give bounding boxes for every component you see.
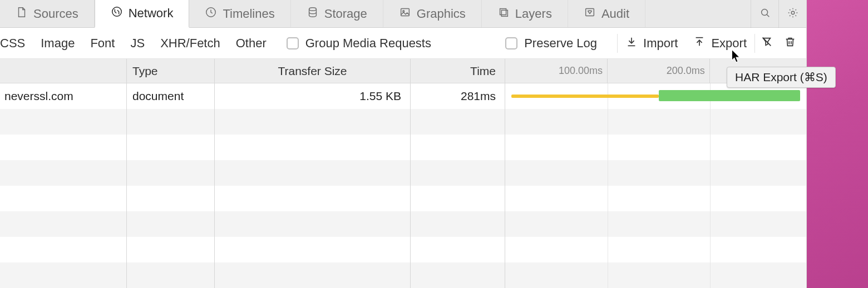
network-table-body: neverssl.com document 1.55 KB 281ms [0, 83, 806, 288]
tab-graphics[interactable]: Graphics [383, 0, 482, 27]
table-row-empty [0, 109, 806, 135]
svg-point-8 [761, 9, 767, 15]
export-tooltip: HAR Export (⌘S) [727, 67, 836, 88]
clear-filters-button[interactable] [755, 28, 778, 58]
svg-point-9 [791, 11, 795, 14]
button-label: Import [643, 36, 678, 51]
tab-label: Audit [601, 7, 629, 21]
svg-point-2 [309, 7, 316, 11]
preserve-log-checkbox[interactable]: Preserve Log [505, 36, 597, 51]
table-row-empty [0, 135, 806, 160]
column-type[interactable]: Type [127, 59, 215, 83]
tab-timelines[interactable]: Timelines [189, 0, 290, 27]
database-icon [307, 6, 319, 22]
tab-audit[interactable]: Audit [568, 0, 645, 27]
network-icon [111, 6, 123, 21]
timeline-tick-label: 100.00ms [559, 65, 603, 77]
cell-time: 281ms [461, 90, 496, 103]
cell-size: 1.55 KB [359, 90, 401, 103]
svg-rect-7 [586, 8, 594, 16]
tab-label: Layers [515, 7, 552, 21]
column-label: Transfer Size [278, 64, 347, 78]
table-row-empty [0, 262, 806, 288]
timeline-bar-waiting [511, 95, 659, 98]
svg-rect-6 [501, 10, 507, 16]
filter-font[interactable]: Font [90, 36, 115, 51]
tab-sources[interactable]: Sources [0, 0, 95, 27]
table-row-empty [0, 237, 806, 262]
import-button[interactable]: Import [618, 28, 685, 58]
filter-group: CSS Image Font JS XHR/Fetch Other [0, 36, 267, 51]
column-label: Type [132, 64, 158, 78]
network-table-header: Type Transfer Size Time 100.00ms 200.0ms [0, 59, 806, 83]
table-row-empty [0, 160, 806, 186]
settings-button[interactable] [778, 0, 806, 28]
timeline-tick-label: 200.0ms [667, 65, 705, 77]
button-label: Export [711, 36, 747, 51]
devtools-tabbar: Sources Network Timelines Storage Graphi [0, 0, 806, 28]
filter-other[interactable]: Other [236, 36, 267, 51]
cell-type: document [132, 90, 184, 103]
clear-requests-button[interactable] [778, 28, 802, 58]
clock-icon [205, 6, 217, 22]
column-name[interactable] [0, 59, 127, 83]
tooltip-text: HAR Export (⌘S) [735, 71, 827, 83]
layers-icon [497, 6, 510, 22]
cell-name: neverssl.com [4, 90, 73, 103]
checkbox-icon [505, 37, 517, 49]
checkbox-label: Group Media Requests [305, 36, 431, 51]
checkbox-icon [287, 37, 299, 49]
devtools-window: Sources Network Timelines Storage Graphi [0, 0, 807, 288]
search-icon [759, 7, 771, 21]
filter-css[interactable]: CSS [0, 36, 25, 51]
desktop-background [807, 0, 868, 288]
filter-xhr[interactable]: XHR/Fetch [160, 36, 220, 51]
gear-icon [787, 7, 799, 21]
file-icon [16, 6, 28, 22]
group-media-checkbox[interactable]: Group Media Requests [287, 36, 431, 51]
table-row[interactable]: neverssl.com document 1.55 KB 281ms [0, 83, 806, 109]
column-time[interactable]: Time [411, 59, 505, 83]
download-icon [625, 36, 638, 51]
timeline-bar-receiving [659, 90, 800, 101]
tab-label: Storage [324, 7, 367, 21]
export-button[interactable]: Export [685, 28, 754, 58]
tab-network[interactable]: Network [95, 0, 190, 28]
tab-layers[interactable]: Layers [482, 0, 568, 27]
trash-icon [784, 36, 796, 51]
filter-image[interactable]: Image [41, 36, 75, 51]
svg-rect-5 [500, 8, 506, 14]
tab-label: Graphics [417, 7, 466, 21]
column-transfer-size[interactable]: Transfer Size [215, 59, 411, 83]
svg-point-0 [112, 7, 121, 17]
tab-label: Timelines [223, 7, 274, 21]
column-label: Time [470, 64, 496, 78]
tab-storage[interactable]: Storage [291, 0, 383, 27]
audit-icon [584, 6, 596, 22]
tab-label: Sources [33, 7, 78, 21]
search-button[interactable] [751, 0, 778, 28]
network-toolbar: CSS Image Font JS XHR/Fetch Other Group … [0, 28, 806, 59]
table-row-empty [0, 211, 806, 237]
no-filter-icon [761, 36, 773, 51]
tab-label: Network [129, 6, 174, 21]
filter-js[interactable]: JS [130, 36, 145, 51]
upload-icon [693, 36, 706, 51]
table-row-empty [0, 186, 806, 211]
svg-rect-3 [401, 8, 409, 16]
image-icon [399, 6, 411, 22]
checkbox-label: Preserve Log [524, 36, 597, 51]
